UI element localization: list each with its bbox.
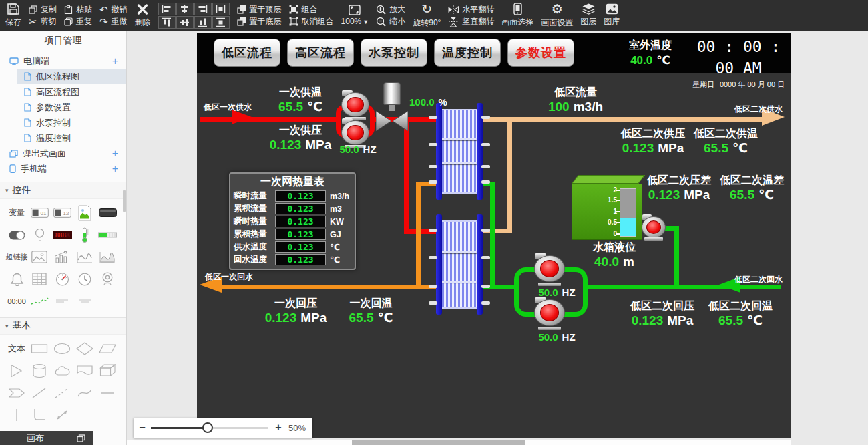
tree-item-high-zone-diagram[interactable]: 高区流程图 — [0, 84, 126, 100]
distribute-horizontal-button[interactable] — [212, 3, 230, 15]
shape-dashed-line[interactable] — [51, 382, 73, 404]
control-thermometer[interactable] — [73, 224, 96, 246]
control-led-display[interactable]: 8888 — [51, 224, 73, 246]
flip-horizontal-button[interactable]: 水平翻转 — [448, 5, 494, 15]
tree-item-pc[interactable]: 电脑端 + — [0, 53, 126, 69]
duplicate-button[interactable]: 重复 — [64, 17, 92, 27]
horizontal-scrollbar[interactable] — [127, 440, 791, 445]
zoom-level-dropdown[interactable]: 100%▼ — [341, 5, 369, 26]
zoom-out-button[interactable]: 缩小 — [376, 17, 405, 27]
tree-item-low-zone-diagram[interactable]: 低区流程图 — [17, 69, 126, 84]
screen-settings-button[interactable]: ⚙ 画面设置 — [541, 3, 573, 29]
align-right-button[interactable] — [194, 3, 212, 15]
control-mini-widget-1[interactable] — [51, 290, 73, 312]
zoom-plus-button[interactable]: + — [268, 422, 288, 434]
canvas-tab[interactable]: 画布 — [0, 431, 93, 445]
heat-exchanger-2[interactable] — [436, 220, 483, 309]
nav-param-settings-button[interactable]: 参数设置 — [507, 39, 574, 67]
shape-curve[interactable] — [73, 382, 96, 404]
control-switch-01[interactable]: 01 — [28, 202, 51, 224]
shape-vertical-line[interactable] — [5, 404, 28, 426]
horizontal-scrollbar-thumb[interactable] — [352, 440, 525, 445]
tree-item-mobile[interactable]: 手机端 + — [0, 161, 126, 176]
shape-ellipse[interactable] — [51, 337, 73, 359]
paste-button[interactable]: 粘贴 — [64, 5, 92, 15]
save-button[interactable]: 保存 — [5, 3, 21, 28]
tree-item-temperature-control[interactable]: 温度控制 — [0, 130, 126, 146]
shape-triangle[interactable] — [5, 359, 28, 382]
control-time-text[interactable]: 00:00 — [5, 290, 28, 312]
add-page-icon[interactable]: + — [112, 56, 118, 67]
tree-item-pump-control[interactable]: 水泵控制 — [0, 115, 126, 130]
shape-horizontal-line[interactable] — [96, 382, 119, 404]
shape-cloud[interactable] — [51, 359, 73, 382]
control-button-widget[interactable] — [96, 202, 119, 224]
align-bottom-button[interactable] — [194, 16, 212, 29]
ungroup-button[interactable]: 取消组合 — [289, 17, 334, 27]
hmi-screen[interactable]: 低区流程 高区流程 水泵控制 温度控制 参数设置 室外温度 40.0℃ 00 :… — [197, 33, 791, 438]
tree-item-popup-screens[interactable]: 弹出式画面 + — [0, 146, 126, 161]
return-pump-2[interactable] — [534, 299, 565, 330]
redo-button[interactable]: ↷ 重做 — [99, 17, 128, 27]
heat-exchanger-1[interactable] — [436, 109, 483, 194]
shape-cube[interactable] — [96, 359, 119, 382]
shape-line[interactable] — [28, 382, 51, 404]
sidebar-scrollbar[interactable] — [123, 190, 126, 212]
tree-item-parameter-settings[interactable]: 参数设置 — [0, 100, 126, 115]
control-mini-widget-2[interactable] — [73, 290, 96, 312]
gallery-button[interactable]: 图库 — [604, 3, 620, 27]
delete-button[interactable]: 删除 — [135, 3, 151, 28]
send-to-back-button[interactable]: 置于底层 — [237, 17, 282, 27]
zoom-slider-track[interactable] — [151, 427, 268, 429]
motorized-valve[interactable] — [376, 82, 408, 130]
return-pump-1[interactable] — [534, 255, 565, 286]
rotate-90-button[interactable]: ↻ 旋转90° — [413, 3, 441, 29]
nav-pump-control-button[interactable]: 水泵控制 — [361, 39, 427, 67]
control-alarm-bell[interactable] — [5, 268, 28, 290]
control-switch-12[interactable]: 12 — [51, 202, 73, 224]
align-middle-button[interactable] — [176, 16, 194, 29]
control-bulb[interactable] — [28, 224, 51, 246]
copy-button[interactable]: 复制 — [29, 5, 57, 15]
control-line-chart[interactable] — [73, 246, 96, 268]
shape-cylinder[interactable] — [28, 359, 51, 382]
nav-temp-control-button[interactable]: 温度控制 — [434, 39, 501, 67]
control-clock[interactable] — [73, 268, 96, 290]
shape-rectangle[interactable] — [28, 337, 51, 359]
water-tank[interactable]: 2 1.5 1 0.5 0 — [561, 175, 642, 240]
control-bar-chart[interactable] — [51, 246, 73, 268]
nav-low-zone-button[interactable]: 低区流程 — [214, 39, 280, 67]
control-gauge[interactable] — [51, 268, 73, 290]
shape-corner-line[interactable] — [28, 404, 51, 426]
basic-section-header[interactable]: ▾ 基本 — [0, 317, 126, 335]
controls-section-header[interactable]: ▾ 控件 — [0, 182, 126, 199]
control-table[interactable] — [28, 268, 51, 290]
control-area-chart[interactable] — [96, 246, 119, 268]
align-left-button[interactable] — [158, 3, 176, 15]
control-picture[interactable] — [28, 246, 51, 268]
control-trend-sparkline[interactable] — [28, 290, 51, 312]
align-center-button[interactable] — [176, 3, 194, 15]
distribute-vertical-button[interactable] — [212, 16, 230, 29]
control-toggle[interactable] — [5, 224, 28, 246]
screen-select-button[interactable]: 画面选择 — [501, 3, 533, 28]
shape-parallelogram[interactable] — [96, 337, 119, 359]
bring-to-front-button[interactable]: 置于顶层 — [237, 5, 282, 15]
add-mobile-icon[interactable]: + — [112, 164, 118, 174]
shape-double-arrow[interactable] — [51, 404, 73, 426]
zoom-in-button[interactable]: 放大 — [376, 5, 405, 15]
shape-text[interactable]: 文本 — [5, 337, 28, 359]
cut-button[interactable]: ✂ 剪切 — [29, 17, 57, 27]
control-progress-bar[interactable] — [96, 224, 119, 246]
control-image-page[interactable] — [73, 202, 96, 224]
flip-vertical-button[interactable]: 竖直翻转 — [448, 17, 494, 27]
undo-button[interactable]: ↶ 撤销 — [99, 5, 128, 15]
tank-pump[interactable] — [642, 216, 666, 241]
nav-high-zone-button[interactable]: 高区流程 — [287, 39, 354, 67]
control-hyperlink[interactable]: 超链接 — [5, 246, 28, 268]
shape-flag[interactable] — [73, 359, 96, 382]
zoom-slider-handle[interactable] — [202, 422, 213, 433]
align-top-button[interactable] — [158, 16, 176, 29]
layers-button[interactable]: 图层 — [580, 3, 596, 27]
control-camera[interactable] — [96, 268, 119, 290]
